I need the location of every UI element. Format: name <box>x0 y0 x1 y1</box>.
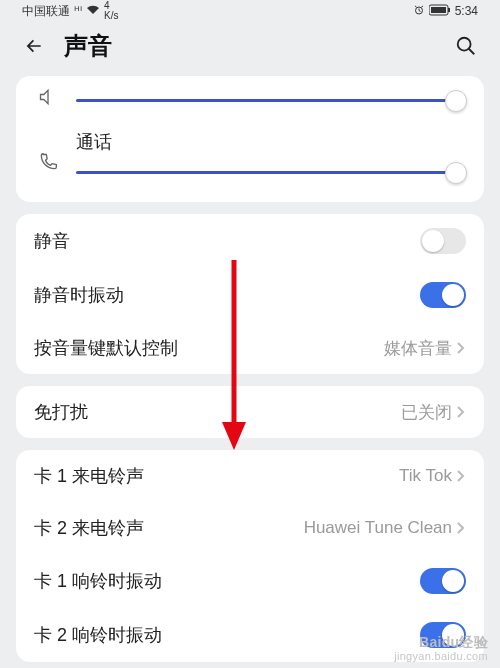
volume-key-row[interactable]: 按音量键默认控制 媒体音量 <box>16 322 484 374</box>
ringtone-card: 卡 1 来电铃声 Tik Tok 卡 2 来电铃声 Huawei Tune Cl… <box>16 450 484 662</box>
page-title: 声音 <box>64 30 112 62</box>
sim2-ringtone-value: Huawei Tune Clean <box>304 518 452 538</box>
chevron-right-icon <box>456 469 466 483</box>
chevron-right-icon <box>456 341 466 355</box>
chevron-right-icon <box>456 405 466 419</box>
sim2-vibrate-label: 卡 2 响铃时振动 <box>34 623 420 647</box>
sim2-ringtone-row[interactable]: 卡 2 来电铃声 Huawei Tune Clean <box>16 502 484 554</box>
search-button[interactable] <box>454 34 478 58</box>
dnd-card: 免打扰 已关闭 <box>16 386 484 438</box>
clock-time: 5:34 <box>455 4 478 18</box>
sim1-vibrate-toggle[interactable] <box>420 568 466 594</box>
page-header: 声音 <box>0 22 500 76</box>
sim1-vibrate-label: 卡 1 响铃时振动 <box>34 569 420 593</box>
alarm-icon <box>413 4 425 19</box>
mute-label: 静音 <box>34 229 420 253</box>
svg-rect-2 <box>431 7 446 13</box>
wifi-icon <box>86 4 100 18</box>
sim1-ringtone-label: 卡 1 来电铃声 <box>34 464 399 488</box>
vibrate-on-mute-row[interactable]: 静音时振动 <box>16 268 484 322</box>
carrier-label: 中国联通 <box>22 3 70 20</box>
status-bar: 中国联通 ᴴᴵ 4 K/s 5:34 <box>0 0 500 22</box>
net-speed: 4 K/s <box>104 1 118 21</box>
svg-rect-3 <box>448 8 450 12</box>
volume-key-value: 媒体音量 <box>384 337 452 360</box>
sim1-ringtone-row[interactable]: 卡 1 来电铃声 Tik Tok <box>16 450 484 502</box>
mute-toggle[interactable] <box>420 228 466 254</box>
vibrate-on-mute-toggle[interactable] <box>420 282 466 308</box>
phone-icon <box>34 148 62 176</box>
mute-row[interactable]: 静音 <box>16 214 484 268</box>
svg-point-4 <box>458 38 471 51</box>
dnd-value: 已关闭 <box>401 401 452 424</box>
ringtone-icon <box>34 83 62 111</box>
volume-sliders-card: 通话 <box>16 76 484 202</box>
sim1-ringtone-value: Tik Tok <box>399 466 452 486</box>
battery-icon <box>429 4 451 19</box>
dnd-row[interactable]: 免打扰 已关闭 <box>16 386 484 438</box>
watermark: Baidu经验 jingyan.baidu.com <box>394 635 488 662</box>
signal-icon: ᴴᴵ <box>74 4 82 18</box>
ringtone-slider[interactable] <box>76 88 466 112</box>
sim2-ringtone-label: 卡 2 来电铃声 <box>34 516 304 540</box>
call-volume-label: 通话 <box>76 130 466 154</box>
vibrate-on-mute-label: 静音时振动 <box>34 283 420 307</box>
sim1-vibrate-row[interactable]: 卡 1 响铃时振动 <box>16 554 484 608</box>
back-button[interactable] <box>22 34 46 58</box>
dnd-label: 免打扰 <box>34 400 401 424</box>
chevron-right-icon <box>456 521 466 535</box>
call-volume-slider[interactable] <box>76 160 466 184</box>
volume-key-label: 按音量键默认控制 <box>34 336 384 360</box>
mute-card: 静音 静音时振动 按音量键默认控制 媒体音量 <box>16 214 484 374</box>
